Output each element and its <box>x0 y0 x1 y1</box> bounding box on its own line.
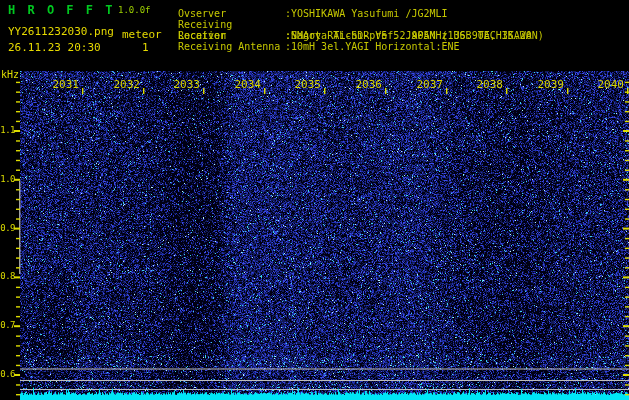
freq-tick-label: 0.7 <box>0 320 15 330</box>
info-value: :YOSHIKAWA Yasufumi /JG2MLI <box>285 8 448 19</box>
freq-tick-label: 0.8 <box>0 271 15 281</box>
freq-tick-label: 0.9 <box>0 223 15 233</box>
time-tick-label: 2037 <box>413 78 443 91</box>
time-tick-label: 2034 <box>231 78 261 91</box>
spectrogram-canvas <box>0 0 629 400</box>
app-title: H R O F F T <box>8 3 115 17</box>
time-tick-label: 2032 <box>110 78 140 91</box>
info-label: Receiver <box>178 30 285 41</box>
info-row-receiver: Receiver:SMArt RTL-SDR V5 52.905MHz USB … <box>178 30 532 41</box>
info-label: Receiving Antenna <box>178 41 285 52</box>
y-axis-unit-label: kHz <box>1 69 19 80</box>
freq-tick-label: 1.1 <box>0 125 15 135</box>
time-tick-label: 2033 <box>170 78 200 91</box>
time-tick-label: 2039 <box>534 78 564 91</box>
mode-label: meteor <box>122 28 162 41</box>
info-value: :SMArt RTL-SDR V5 52.905MHz USB TACHIKAW… <box>285 30 532 41</box>
freq-tick-label: 0.6 <box>0 369 15 379</box>
app-version: 1.0.0f <box>118 5 151 15</box>
time-tick-label: 2036 <box>352 78 382 91</box>
info-label: Ovserver <box>178 8 285 19</box>
time-tick-label: 2031 <box>49 78 79 91</box>
time-tick-label: 2040 <box>594 78 624 91</box>
output-filename: YY2611232030.png <box>8 25 114 38</box>
time-tick-label: 2035 <box>291 78 321 91</box>
freq-tick-label: 1.0 <box>0 174 15 184</box>
datetime-label: 26.11.23 20:30 <box>8 41 101 54</box>
hrofft-window: H R O F F T 1.0.0f YY2611232030.png mete… <box>0 0 629 400</box>
info-value: :10mH 3el.YAGI Horizontal:ENE <box>285 41 460 52</box>
meteor-count: 1 <box>142 41 149 54</box>
time-tick-label: 2038 <box>473 78 503 91</box>
info-row-antenna: Receiving Antenna:10mH 3el.YAGI Horizont… <box>178 41 460 52</box>
info-row-observer: Ovserver:YOSHIKAWA Yasufumi /JG2MLI <box>178 8 448 19</box>
